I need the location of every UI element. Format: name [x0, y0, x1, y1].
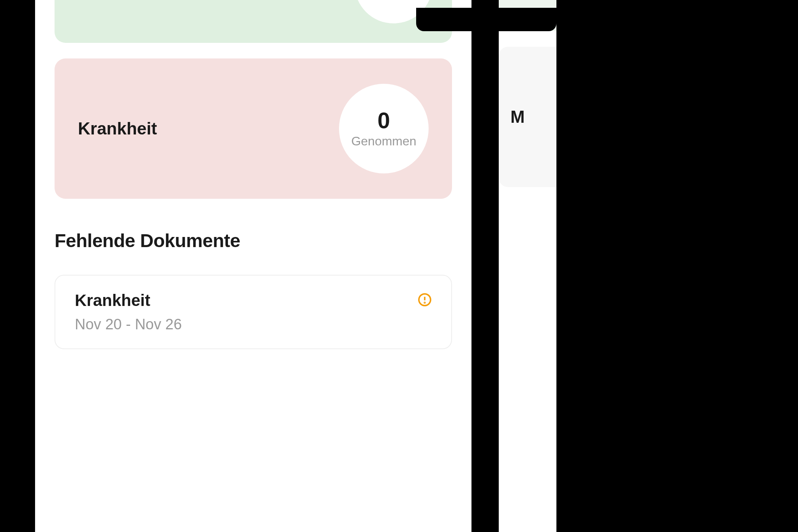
screen-content: Krankheit 0 Genommen Fehlende Dokumente … [35, 0, 471, 349]
sickness-label: Genommen [351, 134, 416, 148]
document-info: Krankheit Nov 20 - Nov 26 [75, 291, 182, 333]
side-card-letter: M [510, 107, 525, 127]
svg-point-2 [424, 302, 425, 303]
right-black-area [556, 0, 798, 532]
phone-side-button [16, 35, 23, 86]
phone-top-notch [416, 8, 556, 31]
sickness-value: 0 [378, 109, 390, 132]
alert-icon [418, 293, 432, 308]
phone-screen: Krankheit 0 Genommen Fehlende Dokumente … [35, 0, 471, 532]
document-title: Krankheit [75, 291, 182, 310]
sickness-stat-circle: 0 Genommen [339, 84, 429, 173]
sickness-card-title: Krankheit [78, 119, 157, 138]
summary-card-green[interactable] [55, 0, 452, 43]
missing-document-item[interactable]: Krankheit Nov 20 - Nov 26 [55, 275, 452, 349]
sickness-card[interactable]: Krankheit 0 Genommen [55, 58, 452, 199]
phone-frame: Krankheit 0 Genommen Fehlende Dokumente … [23, 0, 483, 532]
document-date-range: Nov 20 - Nov 26 [75, 316, 182, 333]
missing-documents-heading: Fehlende Dokumente [55, 230, 452, 251]
